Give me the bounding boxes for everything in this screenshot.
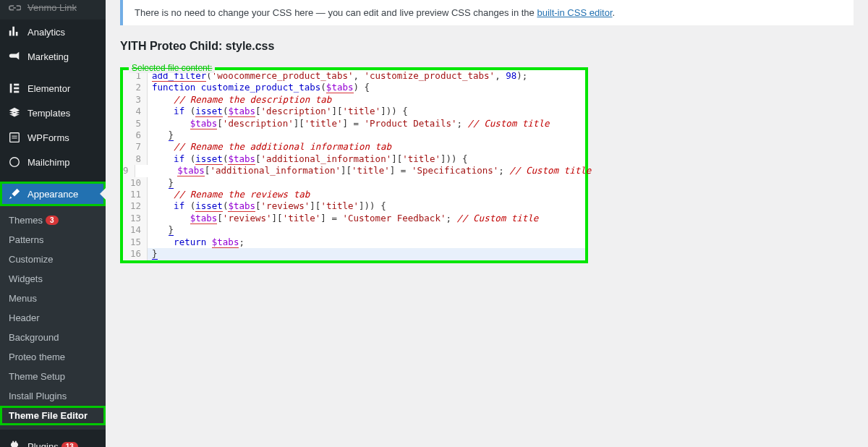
sidebar-item-mailchimp[interactable]: Mailchimp: [0, 150, 106, 174]
layers-icon: [7, 106, 22, 120]
sidebar-item-marketing[interactable]: Marketing: [0, 44, 106, 69]
brush-icon: [7, 187, 22, 201]
admin-sidebar: Venmo Link Analytics Marketing Elementor…: [0, 0, 106, 447]
chart-icon: [7, 25, 22, 39]
plugin-icon: [7, 439, 22, 447]
sidebar-item-analytics[interactable]: Analytics: [0, 20, 106, 44]
sidebar-item-templates[interactable]: Templates: [0, 101, 106, 125]
sub-item-theme-file-editor[interactable]: Theme File Editor: [0, 406, 106, 425]
sidebar-item-venmo-link[interactable]: Venmo Link: [0, 0, 106, 20]
sub-label: Menus: [9, 293, 37, 304]
sidebar-label: Analytics: [27, 27, 65, 38]
builtin-css-editor-link[interactable]: built-in CSS editor: [537, 7, 612, 18]
sub-item-customize[interactable]: Customize: [0, 250, 106, 269]
sub-item-install-plugins[interactable]: Install Plugins: [0, 386, 106, 406]
sub-label: Proteo theme: [9, 352, 65, 362]
sub-item-themes[interactable]: Themes3: [0, 210, 106, 230]
wpforms-icon: [7, 130, 22, 145]
sub-item-theme-setup[interactable]: Theme Setup: [0, 367, 106, 386]
sub-label: Install Plugins: [9, 391, 67, 401]
plugins-badge: 13: [61, 442, 78, 448]
svg-rect-0: [10, 84, 12, 93]
mailchimp-icon: [7, 155, 22, 169]
sub-label: Theme File Editor: [9, 410, 88, 421]
sidebar-label: Venmo Link: [27, 2, 77, 13]
sidebar-label: Marketing: [27, 51, 69, 62]
code-editor[interactable]: 1add_filter('woocommerce_product_tabs', …: [123, 70, 585, 260]
sidebar-label: Plugins: [27, 441, 59, 448]
sub-item-menus[interactable]: Menus: [0, 289, 106, 308]
sidebar-label: Templates: [27, 108, 70, 119]
sidebar-item-elementor[interactable]: Elementor: [0, 76, 106, 101]
sub-item-widgets[interactable]: Widgets: [0, 269, 106, 289]
code-editor-box: Selected file content: 1add_filter('wooc…: [120, 67, 588, 263]
sidebar-item-plugins[interactable]: Plugins 13: [0, 434, 106, 447]
sub-label: Background: [9, 332, 59, 343]
css-notice: There is no need to change your CSS here…: [120, 0, 854, 25]
sub-label: Theme Setup: [9, 371, 65, 382]
svg-point-7: [10, 158, 20, 167]
editor-label: Selected file content:: [129, 63, 215, 73]
sub-label: Patterns: [9, 234, 43, 245]
sidebar-label: Appearance: [27, 189, 78, 200]
sub-label: Widgets: [9, 273, 43, 284]
svg-rect-2: [14, 88, 19, 90]
svg-rect-4: [10, 133, 20, 142]
link-icon: [7, 0, 22, 14]
file-heading: YITH Proteo Child: style.css: [120, 40, 854, 53]
elementor-icon: [7, 81, 22, 95]
sub-item-patterns[interactable]: Patterns: [0, 230, 106, 250]
appearance-submenu: Themes3 Patterns Customize Widgets Menus…: [0, 206, 106, 430]
notice-prefix: There is no need to change your CSS here…: [135, 7, 537, 18]
main-content: There is no need to change your CSS here…: [106, 0, 868, 447]
sub-label: Themes: [9, 215, 43, 226]
notice-suffix: .: [613, 7, 616, 18]
sidebar-label: Mailchimp: [27, 157, 70, 168]
sub-label: Customize: [9, 254, 53, 265]
sub-item-proteo-theme[interactable]: Proteo theme: [0, 347, 106, 367]
megaphone-icon: [7, 49, 22, 64]
sidebar-label: WPForms: [27, 132, 69, 143]
sub-item-background[interactable]: Background: [0, 328, 106, 347]
svg-rect-3: [14, 91, 19, 93]
svg-rect-1: [14, 84, 19, 86]
sub-item-header[interactable]: Header: [0, 308, 106, 328]
themes-badge: 3: [46, 216, 59, 225]
sidebar-label: Elementor: [27, 83, 70, 94]
sidebar-item-appearance[interactable]: Appearance: [0, 182, 106, 206]
sub-label: Header: [9, 312, 40, 323]
sidebar-item-wpforms[interactable]: WPForms: [0, 125, 106, 150]
